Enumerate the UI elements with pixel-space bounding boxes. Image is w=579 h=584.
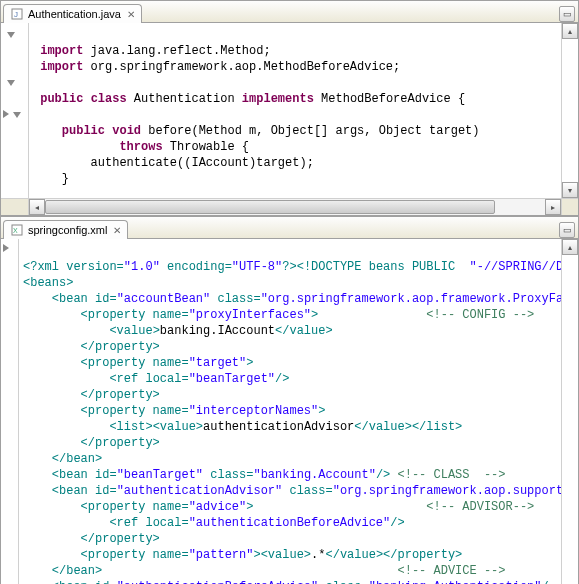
gutter-xml[interactable] (1, 239, 19, 584)
tab-springconfig-xml[interactable]: X springconfig.xml ✕ (3, 220, 128, 239)
svg-text:J: J (14, 10, 18, 19)
svg-text:X: X (13, 227, 18, 234)
xml-file-icon: X (10, 223, 24, 237)
tab-authentication-java[interactable]: J Authentication.java ✕ (3, 4, 142, 23)
hscrollbar-java[interactable]: ◂ ▸ (1, 198, 578, 215)
tab-label: Authentication.java (28, 8, 121, 20)
editor-pane-java: J Authentication.java ✕ ▭ import java.la… (0, 0, 579, 215)
vscrollbar-xml[interactable]: ▴ ▾ (561, 239, 578, 584)
close-icon[interactable]: ✕ (127, 9, 135, 20)
maximize-button[interactable]: ▭ (559, 222, 575, 238)
editor-area-xml: <?xml version="1.0" encoding="UTF-8"?><!… (1, 239, 578, 584)
scroll-right-icon[interactable]: ▸ (545, 199, 561, 215)
vscrollbar-java[interactable]: ▴ ▾ (561, 23, 578, 198)
tab-bar-bot: X springconfig.xml ✕ ▭ (1, 217, 578, 239)
code-editor-xml[interactable]: <?xml version="1.0" encoding="UTF-8"?><!… (19, 239, 561, 584)
editor-pane-xml: X springconfig.xml ✕ ▭ <?xml version="1.… (0, 215, 579, 584)
tab-label: springconfig.xml (28, 224, 107, 236)
scroll-down-icon[interactable]: ▾ (562, 182, 578, 198)
close-icon[interactable]: ✕ (113, 225, 121, 236)
gutter-java[interactable] (1, 23, 29, 198)
scroll-left-icon[interactable]: ◂ (29, 199, 45, 215)
tab-bar-top: J Authentication.java ✕ ▭ (1, 1, 578, 23)
java-file-icon: J (10, 7, 24, 21)
maximize-button[interactable]: ▭ (559, 6, 575, 22)
editor-area-java: import java.lang.reflect.Method; import … (1, 23, 578, 198)
code-editor-java[interactable]: import java.lang.reflect.Method; import … (29, 23, 561, 198)
scroll-up-icon[interactable]: ▴ (562, 239, 578, 255)
scroll-up-icon[interactable]: ▴ (562, 23, 578, 39)
hscroll-track[interactable] (45, 199, 545, 215)
